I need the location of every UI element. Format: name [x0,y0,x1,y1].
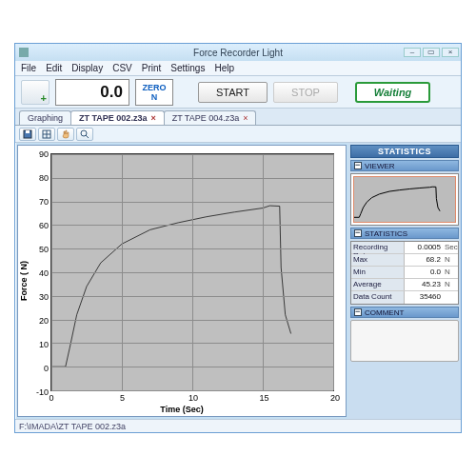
stats-table: Recording Rate0.0005Sec Max68.2N Min0.0N… [350,241,459,305]
status-indicator: Waiting [355,82,431,103]
add-device-button[interactable] [21,80,50,105]
start-button[interactable]: START [198,82,268,103]
comment-section-header[interactable]: COMMENT [350,307,459,318]
y-tick: 80 [33,173,49,183]
menu-settings[interactable]: Settings [170,63,205,73]
unit-label: N [151,92,158,102]
toolbar: 0.0 ZERO N START STOP Waiting [15,76,461,109]
app-window: Force Recorder Light – ▭ × File Edit Dis… [14,43,462,433]
y-tick: 50 [33,245,49,254]
y-tick: 90 [33,149,49,159]
zoom-icon[interactable] [76,128,93,141]
plot-area [50,153,334,391]
tab-graphing[interactable]: Graphing [19,110,71,125]
close-icon[interactable]: × [243,113,248,123]
stop-button[interactable]: STOP [273,82,338,103]
zero-label: ZERO [142,83,166,92]
statusbar: F:\IMADA\ZT TAPE 002.z3a [15,419,461,432]
y-tick: 0 [33,364,49,373]
side-panel: STATISTICS VIEWER STATISTICS Recording R… [348,143,461,419]
y-tick: 30 [33,292,49,302]
close-button[interactable]: × [442,48,459,57]
app-icon [19,48,29,57]
menu-edit[interactable]: Edit [46,63,62,73]
x-tick: 5 [120,393,125,403]
menu-csv[interactable]: CSV [112,63,132,73]
minimize-button[interactable]: – [404,48,421,57]
y-tick: 60 [33,221,49,230]
status-path: F:\IMADA\ZT TAPE 002.z3a [19,422,126,431]
comment-input[interactable] [350,320,459,362]
hand-icon[interactable] [57,128,74,141]
menu-print[interactable]: Print [142,63,162,73]
table-row: Average45.23N [351,279,458,291]
tab-file-2[interactable]: ZT TAPE 004.z3a× [164,110,257,125]
window-title: Force Recorder Light [193,48,283,58]
statistics-panel-header: STATISTICS [350,145,459,158]
table-row: Data Count35460 [351,291,458,304]
viewer-section-header[interactable]: VIEWER [350,160,459,171]
close-icon[interactable]: × [150,113,155,123]
menubar: File Edit Display CSV Print Settings Hel… [15,61,461,76]
y-tick: -10 [33,387,49,397]
chart-toolbar [15,126,461,143]
thumbnail-curve [354,177,455,222]
x-tick: 20 [330,393,340,403]
chart-area[interactable]: Force ( N) Time (Sec) -10010203040506070… [17,145,347,417]
x-tick: 0 [49,393,53,403]
menu-help[interactable]: Help [214,63,234,73]
maximize-button[interactable]: ▭ [423,48,440,57]
tab-file-1[interactable]: ZT TAPE 002.z3a× [70,110,165,125]
y-tick: 70 [33,197,49,207]
table-row: Recording Rate0.0005Sec [351,242,458,254]
svg-line-6 [86,135,89,138]
y-tick: 20 [33,316,49,326]
document-tabs: Graphing ZT TAPE 002.z3a× ZT TAPE 004.z3… [15,109,461,126]
viewer-thumbnail[interactable] [350,173,459,226]
y-tick: 40 [33,268,49,278]
y-axis-label: Force ( N) [19,252,29,309]
x-axis-label: Time (Sec) [160,405,203,414]
menu-file[interactable]: File [21,63,36,73]
table-row: Min0.0N [351,267,458,279]
zero-unit-box[interactable]: ZERO N [135,79,173,106]
x-tick: 10 [188,393,198,403]
titlebar: Force Recorder Light – ▭ × [15,44,461,61]
grid-icon[interactable] [38,128,55,141]
disk-icon[interactable] [19,128,36,141]
menu-display[interactable]: Display [71,63,103,73]
force-readout: 0.0 [55,79,129,106]
y-tick: 10 [33,340,49,349]
table-row: Max68.2N [351,254,458,267]
svg-rect-1 [26,130,30,133]
stats-section-header[interactable]: STATISTICS [350,228,459,239]
x-tick: 15 [259,393,268,403]
